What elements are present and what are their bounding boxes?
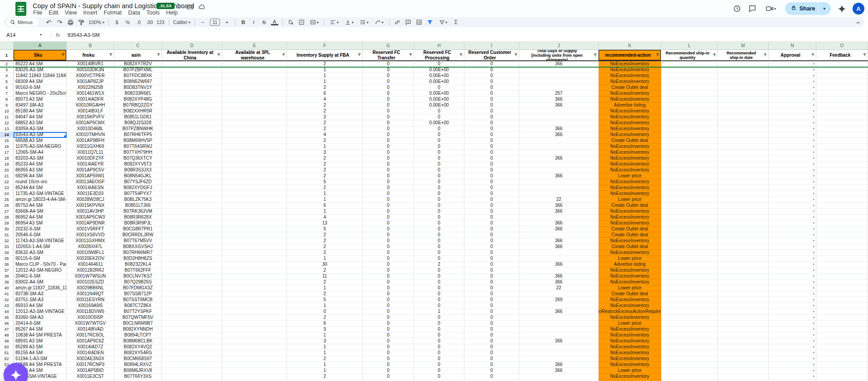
cell-A11[interactable]: 84047 A4 SM [14, 114, 67, 120]
cell-C30[interactable]: B0CG8R7PR1 [114, 226, 162, 232]
cell-A21[interactable]: 68296 A4 SM [14, 173, 67, 179]
cell-I21[interactable]: 0 [464, 173, 519, 179]
history-icon[interactable] [732, 4, 741, 13]
column-title-N[interactable]: Approval [769, 50, 816, 61]
cell-E33[interactable] [222, 244, 287, 250]
cell-C7[interactable]: B08233R681 [114, 91, 162, 97]
cell-H46[interactable]: 0 [414, 321, 464, 327]
cell-K14[interactable]: NoExcessInventory [599, 132, 661, 138]
filter-funnel-icon[interactable] [409, 53, 413, 58]
cell-B9[interactable]: X0010RGAHH [67, 103, 114, 108]
cell-O51[interactable] [816, 350, 868, 356]
cell-K15[interactable]: Create Outlet deal [599, 138, 661, 144]
cell-G4[interactable]: 0 [363, 73, 414, 79]
cell-H36[interactable]: 2 [414, 262, 464, 268]
cell-M18[interactable] [718, 156, 769, 161]
dropdown-chevron-icon[interactable]: ▾ [813, 97, 814, 102]
cell-N40[interactable]: ▾ [769, 285, 816, 291]
cell-M17[interactable] [718, 150, 769, 156]
filter-funnel-icon[interactable] [109, 53, 113, 58]
cell-K31[interactable]: Create Outlet deal [599, 232, 661, 238]
cell-G30[interactable]: 0 [363, 226, 414, 232]
cell-J21[interactable]: 366 [519, 173, 599, 179]
column-title-A[interactable]: Sku [14, 50, 67, 61]
currency-format-button[interactable]: $ [113, 19, 121, 26]
cell-N51[interactable]: ▾ [769, 350, 816, 356]
cell-J55[interactable] [519, 374, 599, 380]
cell-F4[interactable]: 1 [287, 73, 363, 79]
row-header-42[interactable]: 42 [0, 297, 14, 303]
filter-funnel-icon[interactable] [656, 53, 660, 58]
cell-O31[interactable] [816, 232, 868, 238]
cell-D33[interactable] [162, 244, 222, 250]
row-header-23[interactable]: 23 [0, 185, 14, 191]
cell-J11[interactable] [519, 114, 599, 120]
filter-funnel-icon[interactable] [863, 53, 867, 58]
cell-K33[interactable]: Create Outlet deal [599, 244, 661, 250]
cell-E10[interactable] [222, 108, 287, 114]
cell-M15[interactable] [718, 138, 769, 144]
cell-E18[interactable] [222, 156, 287, 161]
cell-N28[interactable]: ▾ [769, 215, 816, 220]
cell-A10[interactable]: 85180 A4 SM [14, 108, 67, 114]
cell-D22[interactable] [162, 179, 222, 185]
cell-N27[interactable]: ▾ [769, 209, 816, 215]
cell-B44[interactable]: X0011B2VW5 [67, 309, 114, 315]
cell-N4[interactable]: ▾ [769, 73, 816, 79]
cell-H54[interactable]: 0 [414, 368, 464, 374]
cell-F18[interactable]: 2 [287, 156, 363, 161]
cell-J31[interactable] [519, 232, 599, 238]
cell-C38[interactable]: B0CLNV7KS7 [114, 274, 162, 279]
cell-O21[interactable] [816, 173, 868, 179]
cell-G10[interactable]: 0 [363, 108, 414, 114]
row-header-1[interactable]: 1 [0, 50, 14, 61]
cell-D18[interactable] [162, 156, 222, 161]
cell-C35[interactable]: B0D2H8H8ZS [114, 256, 162, 262]
cell-G19[interactable]: 0 [363, 161, 414, 167]
cell-O22[interactable] [816, 179, 868, 185]
cell-H35[interactable]: 0 [414, 256, 464, 262]
column-header-N[interactable]: N [769, 42, 816, 50]
dropdown-chevron-icon[interactable]: ▾ [813, 61, 814, 67]
cell-I49[interactable]: 0 [464, 338, 519, 344]
cell-I37[interactable]: 0 [464, 268, 519, 274]
cell-D19[interactable] [162, 161, 222, 167]
cell-I28[interactable]: 0 [464, 215, 519, 220]
cell-H38[interactable]: 0 [414, 274, 464, 279]
cell-D34[interactable] [162, 250, 222, 256]
cell-O12[interactable] [816, 120, 868, 126]
cell-F53[interactable]: 1 [287, 362, 363, 368]
cell-J48[interactable] [519, 332, 599, 338]
cell-C29[interactable]: B08R3R9PJL [114, 220, 162, 226]
cell-O41[interactable] [816, 291, 868, 297]
cell-L33[interactable] [661, 244, 718, 250]
cell-L10[interactable] [661, 108, 718, 114]
cell-H31[interactable]: 0 [414, 232, 464, 238]
cell-I31[interactable]: 0 [464, 232, 519, 238]
cell-N23[interactable]: ▾ [769, 185, 816, 191]
cell-H29[interactable]: 0 [414, 220, 464, 226]
cell-C25[interactable]: B0BLZK75K3 [114, 197, 162, 203]
cell-G54[interactable]: 0 [363, 368, 414, 374]
cell-I47[interactable]: 0 [464, 327, 519, 332]
cell-K38[interactable]: NoExcessInventory [599, 274, 661, 279]
cell-J27[interactable]: 366 [519, 209, 599, 215]
filter-funnel-icon[interactable] [459, 53, 463, 58]
cell-H55[interactable]: 0 [414, 374, 464, 380]
cell-J40[interactable]: 22 [519, 285, 599, 291]
cell-O54[interactable] [816, 368, 868, 374]
cell-L29[interactable] [661, 220, 718, 226]
cell-K10[interactable]: NoExcessInventory [599, 108, 661, 114]
cell-E53[interactable] [222, 362, 287, 368]
cell-D30[interactable] [162, 226, 222, 232]
cell-B26[interactable]: X0015KPVNX [67, 203, 114, 209]
cell-A15[interactable]: 68588 A3 SM [14, 138, 67, 144]
dropdown-chevron-icon[interactable]: ▾ [813, 67, 814, 73]
cell-M25[interactable] [718, 197, 769, 203]
cell-I51[interactable]: 0 [464, 350, 519, 356]
cell-I8[interactable]: 0 [464, 97, 519, 103]
font-size-input[interactable]: 11 [210, 19, 220, 26]
column-header-I[interactable]: I [464, 42, 519, 50]
cell-K3[interactable]: NoExcessInventory [599, 67, 661, 73]
cell-N38[interactable]: ▾ [769, 274, 816, 279]
